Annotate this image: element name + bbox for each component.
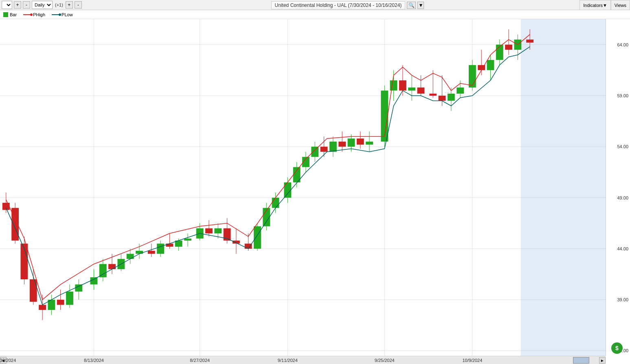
scrollbar-thumb[interactable] bbox=[573, 357, 589, 364]
search-dropdown-button[interactable]: ▼ bbox=[417, 2, 424, 9]
legend-bar: Bar bbox=[3, 12, 17, 17]
date-label: 7/30/2024 bbox=[0, 358, 16, 363]
legend-phigh: PHigh bbox=[23, 12, 45, 17]
price-axis: 64.0059.0054.0049.0044.0039.0034.00 bbox=[606, 19, 630, 356]
dollar-icon[interactable]: $ bbox=[611, 342, 623, 354]
date-label: 9/11/2024 bbox=[278, 358, 298, 363]
add-template-button[interactable]: + bbox=[14, 1, 21, 9]
chart-title: United Continental Holding - UAL (7/30/2… bbox=[271, 1, 406, 9]
scroll-right-button[interactable]: ► bbox=[599, 357, 606, 364]
price-label: 39.00 bbox=[617, 297, 628, 302]
chart-canvas[interactable] bbox=[0, 19, 606, 356]
price-label: 64.00 bbox=[617, 42, 628, 47]
search-button[interactable]: 🔍 bbox=[407, 2, 416, 9]
plow-icon bbox=[52, 14, 60, 15]
phigh-icon bbox=[23, 14, 31, 15]
price-label: 49.00 bbox=[617, 195, 628, 200]
views-button[interactable]: Views bbox=[611, 0, 630, 10]
template-select[interactable]: Custom bbox=[2, 1, 12, 9]
scrollbar-area: ◄ ► 7/30/20248/13/20248/27/20249/11/2024… bbox=[0, 356, 606, 364]
price-label: 59.00 bbox=[617, 93, 628, 98]
price-label: 54.00 bbox=[617, 144, 628, 149]
bar-icon bbox=[3, 12, 8, 17]
increment-down-button[interactable]: - bbox=[75, 1, 82, 9]
period-select[interactable]: Daily bbox=[32, 1, 53, 9]
plow-label: PLow bbox=[61, 12, 73, 17]
indicators-button[interactable]: Indicators▼ bbox=[580, 0, 611, 10]
increment-up-button[interactable]: + bbox=[66, 1, 73, 9]
date-label: 10/9/2024 bbox=[462, 358, 482, 363]
price-label: 44.00 bbox=[617, 246, 628, 251]
date-label: 9/25/2024 bbox=[375, 358, 395, 363]
chart-area bbox=[0, 19, 606, 356]
remove-template-button[interactable]: - bbox=[23, 1, 30, 9]
date-label: 8/13/2024 bbox=[84, 358, 104, 363]
increment-label: (+1) bbox=[54, 2, 64, 7]
phigh-label: PHigh bbox=[33, 12, 45, 17]
date-label: 8/27/2024 bbox=[190, 358, 210, 363]
bar-label: Bar bbox=[10, 12, 17, 17]
legend-plow: PLow bbox=[52, 12, 73, 17]
